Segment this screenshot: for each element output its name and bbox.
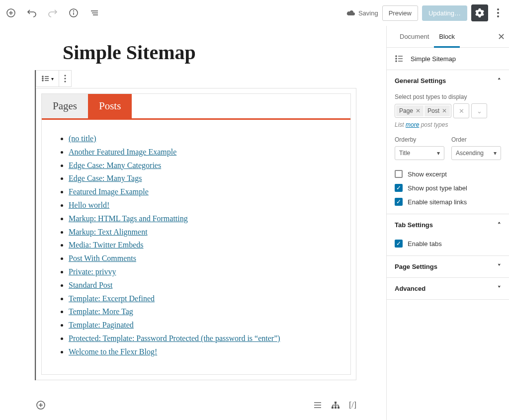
tab-document[interactable]: Document <box>395 26 434 48</box>
editor-top-toolbar: Saving Preview Updating… <box>0 0 509 26</box>
sitemap-link[interactable]: Media: Twitter Embeds <box>69 241 144 249</box>
svg-point-12 <box>42 76 43 77</box>
list-item: Private: privvy <box>69 266 340 278</box>
panel-title: Page Settings <box>395 263 437 270</box>
chip-remove-button[interactable]: ✕ <box>416 107 421 114</box>
list-item: Markup: HTML Tags and Formatting <box>69 213 340 225</box>
selected-block[interactable]: ▾ Pages Posts (no title) Anot <box>35 70 356 380</box>
svg-point-20 <box>64 81 66 82</box>
sitemap-link[interactable]: Template: Excerpt Defined <box>69 294 155 303</box>
block-more-button[interactable] <box>59 71 71 86</box>
sitemap-tree-icon[interactable] <box>331 401 340 409</box>
saving-label: Saving <box>358 9 378 17</box>
chevron-down-icon: ⌄ <box>477 107 482 115</box>
order-label: Order <box>451 136 501 143</box>
simple-sitemap-block[interactable]: Pages Posts (no title) Another Featured … <box>36 88 356 380</box>
panel-tab-settings-toggle[interactable]: Tab Settings ˄ <box>387 214 509 236</box>
sitemap-link[interactable]: Markup: Text Alignment <box>69 228 148 236</box>
show-post-type-label-checkbox[interactable]: ✓ <box>395 184 403 192</box>
post-types-clear-button[interactable]: ✕ <box>453 103 469 118</box>
list-item: Post With Comments <box>69 252 340 265</box>
panel-page-settings-toggle[interactable]: Page Settings ˅ <box>387 255 509 277</box>
show-excerpt-checkbox[interactable] <box>395 170 403 178</box>
sitemap-tabs: Pages Posts <box>42 94 350 118</box>
sitemap-post-list: (no title) Another Featured Image Exampl… <box>60 133 340 358</box>
page-title[interactable]: Simple Sitemap <box>63 41 356 64</box>
sitemap-link[interactable]: Private: privvy <box>69 267 116 276</box>
block-type-switcher[interactable]: ▾ <box>36 71 59 86</box>
list-item: Media: Twitter Embeds <box>69 239 340 252</box>
sitemap-link[interactable]: Protected: Template: Password Protected … <box>69 334 280 342</box>
sitemap-link[interactable]: Template: Paginated <box>69 321 134 329</box>
update-button[interactable]: Updating… <box>422 5 467 21</box>
redo-button[interactable] <box>47 7 59 19</box>
show-post-type-label-label: Show post type label <box>408 184 467 192</box>
chevron-down-icon: ˅ <box>498 263 501 270</box>
gear-icon <box>475 8 484 17</box>
post-types-hint: List more post types <box>395 121 501 128</box>
post-types-dropdown-button[interactable]: ⌄ <box>471 103 487 118</box>
block-nav-button[interactable] <box>88 7 100 19</box>
post-types-label: Select post types to display <box>395 93 501 100</box>
settings-sidebar: Document Block ✕ Simple Sitemap General … <box>386 26 509 420</box>
tab-block[interactable]: Block <box>434 26 460 48</box>
sitemap-link[interactable]: Markup: HTML Tags and Formatting <box>69 214 188 223</box>
panel-advanced-toggle[interactable]: Advanced ˅ <box>387 277 509 300</box>
chevron-down-icon: ▾ <box>51 76 54 82</box>
sitemap-link[interactable]: Edge Case: Many Tags <box>69 174 142 182</box>
info-button[interactable] <box>68 7 80 19</box>
svg-point-38 <box>396 58 397 59</box>
panel-general-toggle[interactable]: General Settings ˄ <box>387 70 509 91</box>
list-item: Welcome to the Flexr Blog! <box>69 346 340 358</box>
enable-links-checkbox[interactable]: ✓ <box>395 198 403 206</box>
list-item: Standard Post <box>69 279 340 292</box>
svg-point-11 <box>497 15 499 17</box>
undo-button[interactable] <box>26 7 38 19</box>
outline-icon[interactable] <box>313 402 322 409</box>
sitemap-tab-posts[interactable]: Posts <box>88 94 132 118</box>
add-block-bottom-button[interactable] <box>35 399 47 411</box>
sitemap-link[interactable]: (no title) <box>69 134 96 143</box>
list-icon <box>395 55 404 63</box>
add-block-button[interactable] <box>5 7 17 19</box>
block-name: Simple Sitemap <box>411 55 456 63</box>
settings-gear-button[interactable] <box>471 4 488 21</box>
enable-tabs-checkbox[interactable]: ✓ <box>395 240 403 248</box>
chip-remove-button[interactable]: ✕ <box>442 107 447 114</box>
sitemap-link[interactable]: Welcome to the Flexr Blog! <box>69 347 157 356</box>
list-item: (no title) <box>69 133 340 145</box>
block-info-header: Simple Sitemap <box>387 48 509 70</box>
kebab-icon <box>64 75 66 83</box>
editor-footer-toolbar: [/] <box>35 399 356 411</box>
sitemap-link[interactable]: Another Featured Image Example <box>69 148 176 156</box>
svg-point-36 <box>396 56 397 57</box>
svg-point-10 <box>497 12 499 14</box>
chevron-up-icon: ˄ <box>498 77 501 84</box>
list-icon <box>41 75 49 82</box>
sitemap-link[interactable]: Template: More Tag <box>69 307 133 316</box>
sitemap-link[interactable]: Standard Post <box>69 281 112 289</box>
sitemap-link[interactable]: Hello world! <box>69 201 109 209</box>
svg-point-5 <box>74 11 74 11</box>
enable-links-label: Enable sitemap links <box>408 198 467 206</box>
more-link[interactable]: more <box>406 121 419 128</box>
sitemap-link[interactable]: Featured Image Example <box>69 187 149 196</box>
svg-point-19 <box>64 78 66 79</box>
editor-canvas: Simple Sitemap ▾ Pages Posts <box>0 26 386 420</box>
orderby-select[interactable]: Title <box>395 146 444 160</box>
svg-point-9 <box>497 8 499 10</box>
svg-rect-27 <box>335 402 337 404</box>
sitemap-link[interactable]: Post With Comments <box>69 254 136 262</box>
shortcode-indicator[interactable]: [/] <box>349 401 356 410</box>
close-sidebar-button[interactable]: ✕ <box>498 31 505 42</box>
block-toolbar: ▾ <box>36 70 72 87</box>
panel-title: Advanced <box>395 285 425 292</box>
svg-rect-29 <box>335 407 337 409</box>
sitemap-tab-pages[interactable]: Pages <box>42 94 88 118</box>
post-type-chip: Page✕ <box>396 105 424 116</box>
sitemap-link[interactable]: Edge Case: Many Categories <box>69 161 161 169</box>
list-item: Another Featured Image Example <box>69 146 340 159</box>
more-options-button[interactable] <box>492 7 504 19</box>
order-select[interactable]: Ascending <box>451 146 501 160</box>
preview-button[interactable]: Preview <box>382 5 418 21</box>
